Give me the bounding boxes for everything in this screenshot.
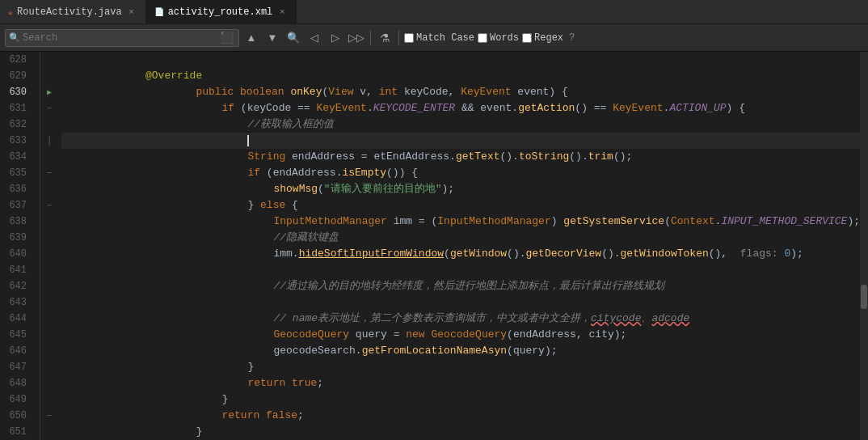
line-num-650: 650 xyxy=(0,408,33,424)
tab-xml-close[interactable]: × xyxy=(276,6,288,18)
words-option[interactable]: Words xyxy=(478,32,519,44)
gutter-640 xyxy=(40,246,58,262)
fold-650[interactable]: − xyxy=(47,411,53,421)
match-case-option[interactable]: Match Case xyxy=(404,32,474,44)
gutter-642 xyxy=(40,278,58,294)
tab-java-label: RouteActivity.java xyxy=(17,6,122,18)
gutter-649 xyxy=(40,391,58,408)
gutter-638 xyxy=(40,214,58,230)
regex-option[interactable]: Regex xyxy=(522,32,563,44)
replace-prev-button[interactable]: ◁ xyxy=(305,29,323,47)
match-case-label: Match Case xyxy=(416,32,474,44)
xml-icon: 📄 xyxy=(154,7,164,17)
toolbar-separator-2 xyxy=(398,31,399,45)
line-num-649: 649 xyxy=(0,391,33,408)
gutter-648 xyxy=(40,375,58,391)
line-num-642: 642 xyxy=(0,278,33,294)
line-num-645: 645 xyxy=(0,327,33,343)
gutter-635: − xyxy=(40,165,58,181)
search-clear-button[interactable]: ⬛ xyxy=(218,31,235,44)
navigate-down-button[interactable]: ▼ xyxy=(263,29,281,47)
fold-633[interactable]: │ xyxy=(47,136,53,146)
line-num-630: 630 xyxy=(0,84,33,100)
line-num-634: 634 xyxy=(0,149,33,165)
line-num-631: 631 xyxy=(0,100,33,116)
gutter-634 xyxy=(40,149,58,165)
gutter-639 xyxy=(40,230,58,246)
gutter-651 xyxy=(40,424,58,440)
tab-java[interactable]: ☕ RouteActivity.java × xyxy=(0,0,146,23)
fold-637[interactable]: − xyxy=(47,201,53,210)
search-wrap: 🔍 ⬛ xyxy=(5,29,239,47)
line-num-629: 629 xyxy=(0,68,33,84)
gutter-641 xyxy=(40,262,58,278)
line-num-644: 644 xyxy=(0,311,33,327)
scrollbar-thumb[interactable] xyxy=(861,285,867,309)
words-label: Words xyxy=(490,32,519,44)
line-num-641: 641 xyxy=(0,262,33,278)
gutter-637: − xyxy=(40,197,58,214)
fold-631[interactable]: − xyxy=(47,104,53,113)
gutter-628 xyxy=(40,52,58,68)
regex-checkbox[interactable] xyxy=(522,33,532,43)
line-num-647: 647 xyxy=(0,359,33,375)
java-icon: ☕ xyxy=(8,7,13,17)
help-button[interactable]: ? xyxy=(567,32,577,44)
line-num-633: 633 xyxy=(0,133,33,149)
line-num-648: 648 xyxy=(0,375,33,391)
gutter-633: │ xyxy=(40,133,58,149)
gutter-650: − xyxy=(40,408,58,424)
gutter-631: − xyxy=(40,100,58,116)
line-num-643: 643 xyxy=(0,294,33,311)
tab-xml[interactable]: 📄 activity_route.xml × xyxy=(146,0,297,23)
tab-bar: ☕ RouteActivity.java × 📄 activity_route.… xyxy=(0,0,868,24)
match-case-checkbox[interactable] xyxy=(404,33,414,43)
tab-xml-label: activity_route.xml xyxy=(168,6,273,18)
line-num-632: 632 xyxy=(0,116,33,133)
gutter-636 xyxy=(40,181,58,197)
gutter-645 xyxy=(40,327,58,343)
line-num-635: 635 xyxy=(0,165,33,181)
gutter-629 xyxy=(40,68,58,84)
gutter-630[interactable]: ▶ xyxy=(40,84,58,100)
line-num-637: 637 xyxy=(0,197,33,214)
search-input[interactable] xyxy=(23,32,218,44)
fold-635[interactable]: − xyxy=(47,168,53,178)
words-checkbox[interactable] xyxy=(478,33,487,43)
line-num-636: 636 xyxy=(0,181,33,197)
replace-next-button[interactable]: ▷ xyxy=(327,29,344,47)
gutter-643 xyxy=(40,294,58,311)
line-num-639: 639 xyxy=(0,230,33,246)
code-line-628 xyxy=(61,52,860,68)
run-icon[interactable]: ▶ xyxy=(47,87,52,97)
line-num-628: 628 xyxy=(0,52,33,68)
regex-label: Regex xyxy=(534,32,563,44)
toolbar-separator-1 xyxy=(370,31,371,45)
gutter-644 xyxy=(40,311,58,327)
line-num-638: 638 xyxy=(0,214,33,230)
navigate-up-button[interactable]: ▲ xyxy=(242,29,260,47)
gutter-647 xyxy=(40,359,58,375)
line-num-646: 646 xyxy=(0,343,33,359)
toolbar: 🔍 ⬛ ▲ ▼ 🔍 ◁ ▷ ▷▷ ⚗ Match Case Words Rege… xyxy=(0,24,868,52)
tab-java-close[interactable]: × xyxy=(126,6,137,18)
line-num-651: 651 xyxy=(0,424,33,440)
line-num-640: 640 xyxy=(0,246,33,262)
code-line-642: //通过输入的目的地转为经纬度，然后进行地图上添加标点，最后计算出行路线规划 xyxy=(61,278,860,294)
gutter: ▶ − │ − − − xyxy=(40,52,58,440)
replace-close-button[interactable]: ▷▷ xyxy=(348,29,365,47)
find-word-button[interactable]: 🔍 xyxy=(284,29,302,47)
gutter-646 xyxy=(40,343,58,359)
gutter-632 xyxy=(40,116,58,133)
search-icon: 🔍 xyxy=(9,32,20,43)
filter-button[interactable]: ⚗ xyxy=(376,29,394,47)
line-numbers: 628 629 630 631 632 633 634 635 636 637 … xyxy=(0,52,40,440)
code-area: 628 629 630 631 632 633 634 635 636 637 … xyxy=(0,52,868,440)
code-content[interactable]: @Override public boolean onKey(View v, i… xyxy=(58,52,860,440)
right-scrollbar[interactable] xyxy=(860,52,868,440)
code-line-640: imm.hideSoftInputFromWindow(getWindow().… xyxy=(61,246,860,262)
